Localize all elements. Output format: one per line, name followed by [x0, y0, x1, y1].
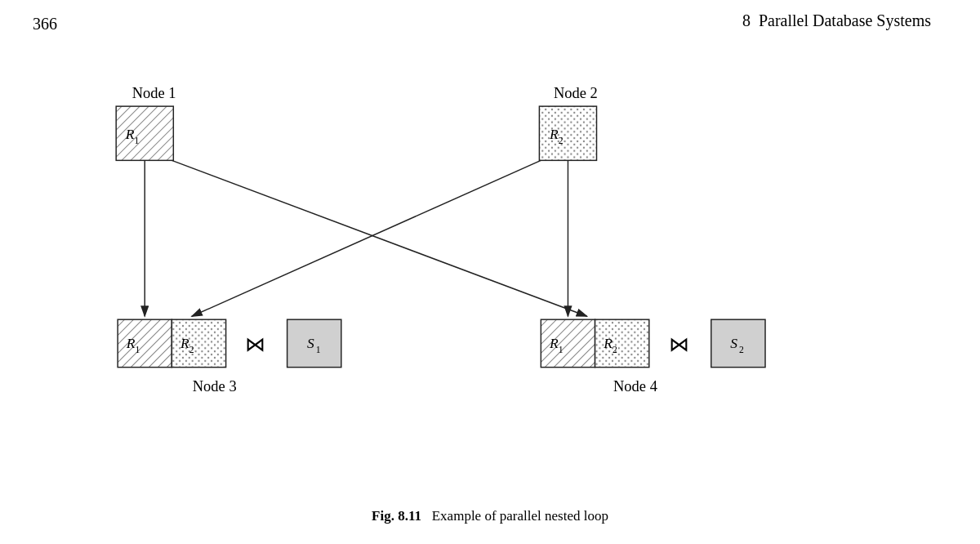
diagram-container: Node 1 R 1 Node 2 R 2 R 1 R 2 ⋈ S [0, 49, 980, 479]
figure-caption-text: Example of parallel nested loop [432, 508, 608, 524]
r1-node4-subscript: 1 [559, 345, 564, 355]
page-number: 366 [33, 15, 57, 33]
r1-node1-box [116, 106, 173, 160]
r2-node2-box [539, 106, 596, 160]
r2-node4-label: R [603, 335, 612, 351]
node3-label: Node 3 [193, 378, 237, 395]
r1-node1-subscript: 1 [135, 136, 140, 146]
r2-node4-subscript: 2 [612, 345, 617, 355]
join-node4-symbol: ⋈ [669, 332, 689, 355]
s2-node4-box [711, 319, 765, 367]
figure-label: Fig. 8.11 [372, 508, 421, 524]
arrow-r1-to-node4-r1 [172, 160, 586, 316]
node1-label: Node 1 [132, 85, 176, 101]
s1-node3-subscript: 1 [316, 345, 321, 355]
arrow-r2-to-node3-r2 [192, 160, 541, 316]
r1-node3-label: R [126, 335, 136, 351]
r2-node2-label: R [549, 126, 559, 142]
figure-caption: Fig. 8.11 Example of parallel nested loo… [0, 508, 980, 524]
s2-node4-subscript: 2 [739, 345, 744, 355]
s1-node3-label: S [307, 335, 314, 351]
node4-label: Node 4 [613, 378, 657, 395]
s2-node4-label: S [730, 335, 737, 351]
r2-node3-label: R [180, 335, 189, 351]
chapter-title: 8 Parallel Database Systems [742, 11, 931, 30]
r1-node1-label: R [125, 126, 135, 142]
r2-node2-subscript: 2 [559, 136, 564, 146]
node2-label: Node 2 [554, 85, 598, 101]
r1-node4-label: R [549, 335, 559, 351]
r1-node3-subscript: 1 [136, 345, 140, 355]
r2-node3-subscript: 2 [189, 345, 194, 355]
join-node3-symbol: ⋈ [245, 332, 265, 355]
